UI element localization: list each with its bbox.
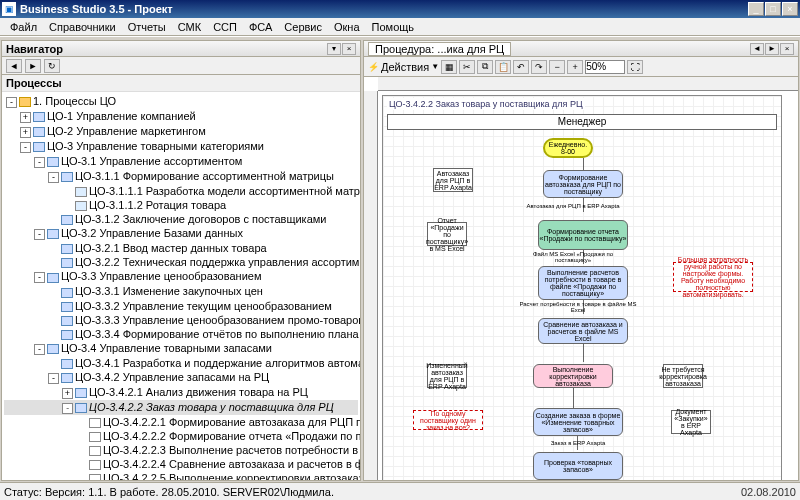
tree-node[interactable]: ЦО-3.1.1.1 Разработка модели ассортимент… [4,184,358,198]
tree-node[interactable]: ЦО-3.4.2.2.5 Выполнение корректировки ав… [4,471,358,480]
expand-icon[interactable]: - [6,97,17,108]
data-object[interactable]: Отчет «Продажи по поставщику» в MS Excel [427,222,467,246]
tree-node[interactable]: ЦО-3.1.2 Заключение договоров с поставщи… [4,212,358,226]
task-stock-check[interactable]: Проверка «товарных запасов» [533,452,623,480]
tree-node-label: ЦО-3.3.4 Формирование отчётов по выполне… [75,328,360,340]
data-object[interactable]: Автозаказ для РЦП в ERP Axapta [433,168,473,192]
tree-node-label: ЦО-3.4.2.2.1 Формирование автозаказа для… [103,416,360,428]
start-event[interactable]: Ежедневно. 8-00 [543,138,593,158]
data-object[interactable]: Измененный автозаказ для РЦП в ERP Axapt… [427,364,467,388]
expand-icon[interactable]: - [48,373,59,384]
undo-icon[interactable]: ↶ [513,60,529,74]
tree-node[interactable]: -ЦО-3.4.2 Управление запасами на РЦ [4,370,358,385]
proc-icon [75,388,87,398]
refresh-icon[interactable]: ↻ [44,59,60,73]
expand-icon[interactable]: - [34,344,45,355]
tree-node[interactable]: +ЦО-3.4.2.1 Анализ движения товара на РЦ [4,385,358,400]
tree-node[interactable]: -ЦО-3.3 Управление ценообразованием [4,269,358,284]
process-tree[interactable]: -1. Процессы ЦО+ЦО-1 Управление компание… [2,92,360,480]
data-object[interactable]: Документ «Закупки» в ERP Axapta [671,410,711,434]
diagram-prev-button[interactable]: ◄ [750,43,764,55]
redo-icon[interactable]: ↷ [531,60,547,74]
zoom-input[interactable] [585,60,625,74]
task-autozakaz[interactable]: Формирование автозаказа для РЦП по поста… [543,170,623,198]
minimize-button[interactable]: _ [748,2,764,16]
task-report[interactable]: Формирование отчета «Продажи по поставщи… [538,220,628,250]
tree-node[interactable]: ЦО-3.3.4 Формирование отчётов по выполне… [4,327,358,341]
expand-icon[interactable]: - [62,403,73,414]
back-icon[interactable]: ◄ [6,59,22,73]
expand-icon[interactable]: + [62,388,73,399]
tree-node[interactable]: ЦО-3.4.2.2.2 Формирование отчета «Продаж… [4,429,358,443]
tree-node[interactable]: +ЦО-2 Управление маркетингом [4,124,358,139]
zoom-fit-icon[interactable]: ⛶ [627,60,643,74]
tree-node-label: ЦО-3.4.2.2 Заказ товара у поставщика для… [89,401,334,413]
tree-node[interactable]: ЦО-3.4.2.2.1 Формирование автозаказа для… [4,415,358,429]
tree-node[interactable]: ЦО-3.4.1 Разработка и поддержание алгори… [4,356,358,370]
expand-icon[interactable]: - [34,272,45,283]
tree-node-label: ЦО-3.4.2 Управление запасами на РЦ [75,371,269,383]
diagram-next-button[interactable]: ► [765,43,779,55]
tree-node[interactable]: -ЦО-3 Управление товарными категориями [4,139,358,154]
tree-node[interactable]: ЦО-3.3.2 Управление текущим ценообразова… [4,299,358,313]
task-calc[interactable]: Выполнение расчетов потребности в товаре… [538,266,628,300]
actions-menu[interactable]: Действия [381,61,429,73]
tree-node[interactable]: ЦО-3.3.1 Изменение закупочных цен [4,284,358,298]
menu-windows[interactable]: Окна [328,20,366,34]
paste-icon[interactable]: 📋 [495,60,511,74]
tree-node[interactable]: -1. Процессы ЦО [4,94,358,109]
forward-icon[interactable]: ► [25,59,41,73]
tree-node-label: ЦО-3.1.1.1 Разработка модели ассортимент… [89,185,360,197]
menu-fsa[interactable]: ФСА [243,20,278,34]
tree-node-label: ЦО-3.3.2 Управление текущим ценообразова… [75,300,332,312]
expand-icon[interactable]: - [34,157,45,168]
menu-reports[interactable]: Отчеты [122,20,172,34]
tree-node[interactable]: +ЦО-1 Управление компанией [4,109,358,124]
window-title: Business Studio 3.5 - Проект [20,3,748,15]
doc-icon [89,418,101,428]
annotation[interactable]: Большая затратность ручной работы по нас… [673,262,753,292]
tree-node-label: ЦО-3.4.2.2.3 Выполнение расчетов потребн… [103,444,360,456]
close-button[interactable]: × [782,2,798,16]
annotation[interactable]: По одному поставщику один заказ на все? [413,410,483,430]
maximize-button[interactable]: □ [765,2,781,16]
tree-node[interactable]: ЦО-3.3.3 Управление ценообразованием про… [4,313,358,327]
tree-node[interactable]: ЦО-3.4.2.2.3 Выполнение расчетов потребн… [4,443,358,457]
copy-icon[interactable]: ⧉ [477,60,493,74]
menu-file[interactable]: Файл [4,20,43,34]
menu-service[interactable]: Сервис [278,20,328,34]
menu-smk[interactable]: СМК [172,20,207,34]
tree-node[interactable]: ЦО-3.4.2.2.4 Сравнение автозаказа и расч… [4,457,358,471]
menu-ssp[interactable]: ССП [207,20,243,34]
tree-node[interactable]: -ЦО-3.4.2.2 Заказ товара у поставщика дл… [4,400,358,415]
zoom-in-icon[interactable]: + [567,60,583,74]
task-compare[interactable]: Сравнение автозаказа и расчетов в файле … [538,318,628,344]
tree-node[interactable]: -ЦО-3.1 Управление ассортиментом [4,154,358,169]
diagram-close-button[interactable]: × [780,43,794,55]
task-create-order[interactable]: Создание заказа в форме «Изменение товар… [533,408,623,436]
task-correct[interactable]: Выполнение корректировки автозаказа [533,364,613,388]
menu-references[interactable]: Справочники [43,20,122,34]
data-icon [75,187,87,197]
menu-help[interactable]: Помощь [366,20,421,34]
nav-pin-button[interactable]: ▾ [327,43,341,55]
tree-node[interactable]: -ЦО-3.4 Управление товарными запасами [4,341,358,356]
nav-close-button[interactable]: × [342,43,356,55]
expand-icon[interactable]: - [34,229,45,240]
expand-icon[interactable]: + [20,112,31,123]
tree-node[interactable]: ЦО-3.2.1 Ввод мастер данных товара [4,241,358,255]
diagram-canvas[interactable]: ЦО-3.4.2.2 Заказ товара у поставщика для… [364,77,798,480]
tree-node[interactable]: ЦО-3.2.2 Техническая поддержка управлени… [4,255,358,269]
tree-node[interactable]: ЦО-3.1.1.2 Ротация товара [4,198,358,212]
cut-icon[interactable]: ✂ [459,60,475,74]
data-object[interactable]: Не требуется корректировка автозаказа [663,364,703,388]
data-label: Заказ в ERP Axapta [543,438,613,448]
tree-node[interactable]: -ЦО-3.1.1 Формирование ассортиментной ма… [4,169,358,184]
ruler-vertical [364,91,378,480]
zoom-out-icon[interactable]: − [549,60,565,74]
expand-icon[interactable]: - [20,142,31,153]
expand-icon[interactable]: - [48,172,59,183]
layout-icon[interactable]: ▦ [441,60,457,74]
expand-icon[interactable]: + [20,127,31,138]
tree-node[interactable]: -ЦО-3.2 Управление Базами данных [4,226,358,241]
